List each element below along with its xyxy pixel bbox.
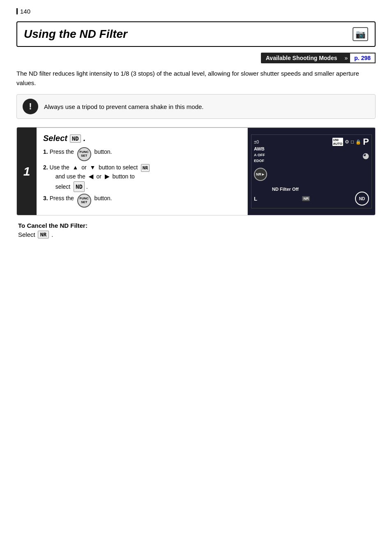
expo-comp-sym: ±0 [254, 139, 259, 144]
substep-2: 2. Use the ▲ or ▼ button to select NR an… [43, 163, 241, 192]
nd-filter-off-label: ND Filter Off [272, 187, 299, 192]
warning-box: ! Always use a tripod to prevent camera … [16, 94, 376, 119]
L-label: L [254, 196, 257, 202]
nr-bottom-badge: NR [302, 196, 310, 201]
mode-p-label: P [363, 137, 369, 147]
cancel-section: To Cancel the ND Filter: Select NR . [16, 222, 376, 238]
screen-left-col: AWB A OFF EDOF NR► [254, 146, 267, 181]
title-section: Using the ND Filter 📷 [16, 21, 376, 47]
cancel-text: Select NR . [18, 231, 374, 238]
nr-circle-icon: NR► [254, 168, 267, 181]
step-1-section: 1 Select ND . 1. Press the FUNCSET [16, 127, 376, 215]
step-1-inner: Select ND . 1. Press the FUNCSET button. [37, 127, 375, 215]
step-1-header-row: 1 Select ND . 1. Press the FUNCSET [17, 127, 375, 215]
a-off-label: A OFF [254, 153, 267, 157]
edof-label: EDOF [254, 159, 267, 163]
camera-display: ±0 150AUTO ⚙ □ 🔒 P AWB A OFF EDOF [251, 134, 372, 208]
page-ref-link[interactable]: p. 298 [350, 53, 376, 63]
func-button-1[interactable]: FUNCSET [77, 147, 91, 161]
warning-text: Always use a tripod to prevent camera sh… [44, 103, 204, 110]
intro-paragraph: The ND filter reduces light intensity to… [16, 69, 376, 88]
substep-3: 3. Press the FUNCSET button. [43, 194, 241, 208]
page-title: Using the ND Filter [24, 28, 127, 41]
lock-icon: 🔒 [355, 139, 361, 145]
step-1-title: Select ND . [43, 134, 241, 143]
camera-icon: 📷 [355, 29, 366, 39]
screen-right-col: ◕ [362, 151, 369, 160]
page-number: 140 [16, 8, 376, 14]
cancel-period: . [51, 231, 53, 238]
step-1-instructions: Select ND . 1. Press the FUNCSET button. [37, 128, 248, 215]
nd-badge-1: ND [74, 181, 85, 192]
step-1-list: 1. Press the FUNCSET button. 2. Use the … [43, 147, 241, 208]
camera-icon-box: 📷 [353, 27, 368, 41]
available-modes-bar: Available Shooting Modes » p. 298 [16, 53, 376, 63]
available-modes-label: Available Shooting Modes [261, 53, 342, 63]
gear-icon: ⚙ [345, 139, 349, 145]
screen-top-right: 150AUTO ⚙ □ 🔒 P [332, 137, 369, 147]
awb-label: AWB [254, 146, 267, 151]
square-icon: □ [351, 139, 354, 145]
cancel-nr-badge: NR [38, 231, 49, 238]
nr-badge-1: NR [141, 164, 150, 172]
screen-bottom-row: L NR ND [251, 192, 371, 206]
step-1-nd-badge: ND [70, 134, 81, 143]
iso-badge: 150AUTO [332, 138, 344, 146]
step-1-title-prefix: Select [43, 134, 67, 143]
cancel-text-prefix: Select [18, 231, 35, 238]
cancel-title: To Cancel the ND Filter: [18, 222, 374, 229]
step-1-number: 1 [17, 127, 37, 215]
substep-1: 1. Press the FUNCSET button. [43, 147, 241, 161]
chevron-icon: » [342, 53, 350, 63]
nd-bottom-circle: ND [355, 192, 369, 206]
func-button-2[interactable]: FUNCSET [77, 194, 91, 208]
warning-icon: ! [23, 99, 38, 114]
step-1-camera-screen: ±0 150AUTO ⚙ □ 🔒 P AWB A OFF EDOF [248, 128, 375, 215]
step-1-period: . [83, 134, 86, 143]
screen-top-row: ±0 150AUTO ⚙ □ 🔒 P [251, 135, 371, 148]
